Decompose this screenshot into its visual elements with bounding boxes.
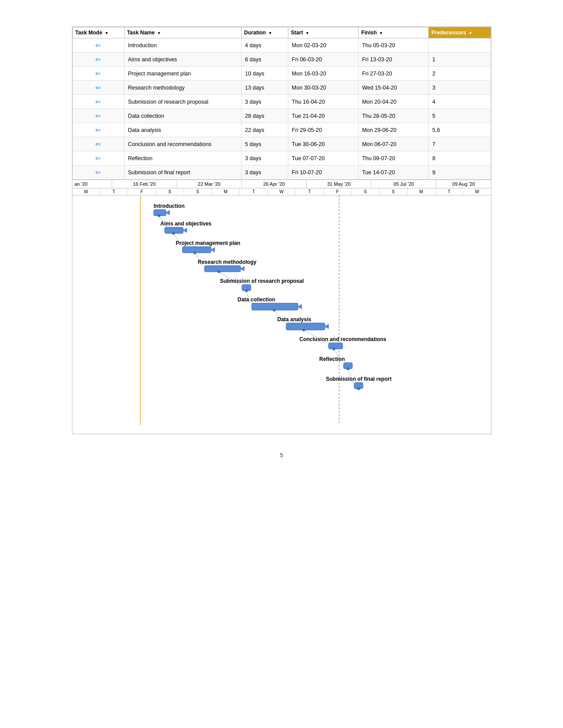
gantt-label-5: Submission of research proposal [220, 278, 304, 284]
gantt-arrow-2 [183, 228, 187, 233]
duration-cell: 4 days [241, 38, 288, 53]
page-container: Task Mode ▼ Task Name ▼ Duration ▼ Start… [72, 26, 491, 458]
finish-cell: Thu 28-05-20 [358, 109, 428, 123]
table-row: ⇒Submission of research proposal3 daysTh… [72, 95, 491, 109]
duration-cell: 22 days [241, 123, 288, 137]
start-cell: Fri 06-03-20 [288, 53, 358, 67]
timeline-month-may: 31 May '20 [306, 180, 371, 188]
timeline-day-t2: T [240, 188, 268, 195]
task-name-cell: Conclusion and recommendations [124, 137, 241, 151]
start-cell: Tue 30-06-20 [288, 137, 358, 151]
gantt-label-2: Aims and objectives [160, 221, 212, 227]
timeline-day-t4: T [435, 188, 463, 195]
timeline-months-row: an '20 16 Feb '20 22 Mar '20 26 Apr '20 … [72, 180, 491, 188]
task-mode-icon: ⇒ [95, 112, 101, 120]
gantt-label-4: Research methodology [198, 259, 257, 265]
table-row: ⇒Introduction4 daysMon 02-03-20Thu 05-03… [72, 38, 491, 53]
start-cell: Mon 30-03-20 [288, 81, 358, 95]
task-mode-cell: ⇒ [72, 67, 124, 81]
gantt-bar-8 [329, 343, 343, 349]
gantt-table-section: Task Mode ▼ Task Name ▼ Duration ▼ Start… [72, 26, 491, 180]
task-mode-icon: ⇒ [95, 140, 101, 148]
header-duration[interactable]: Duration ▼ [241, 27, 288, 38]
task-mode-icon: ⇒ [95, 168, 101, 176]
gantt-label-9: Reflection [319, 356, 345, 362]
header-finish[interactable]: Finish ▼ [358, 27, 428, 38]
task-mode-cell: ⇒ [72, 95, 124, 109]
table-row: ⇒Aims and objectives6 daysFri 06-03-20Fr… [72, 53, 491, 67]
filter-arrow-finish: ▼ [379, 31, 383, 35]
task-name-cell: Reflection [124, 151, 241, 165]
timeline-month-aug: 09 Aug '20 [436, 180, 491, 188]
task-mode-cell: ⇒ [72, 81, 124, 95]
finish-cell: Tue 14-07-20 [358, 165, 428, 180]
filter-arrow-predecessors: ▼ [469, 31, 472, 35]
task-name-cell: Introduction [124, 38, 241, 53]
gantt-arrow-4 [241, 266, 244, 271]
predecessors-cell [428, 38, 491, 53]
gantt-arrow-7 [325, 324, 329, 329]
task-mode-cell: ⇒ [72, 38, 124, 53]
duration-cell: 3 days [241, 165, 288, 180]
gantt-label-8: Conclusion and recommendations [299, 336, 386, 342]
predecessors-cell: 9 [428, 165, 491, 180]
duration-cell: 13 days [241, 81, 288, 95]
timeline-day-s3: S [351, 188, 379, 195]
task-name-cell: Project management plan [124, 67, 241, 81]
task-mode-cell: ⇒ [72, 151, 124, 165]
task-mode-icon: ⇒ [95, 98, 101, 106]
header-task-name[interactable]: Task Name ▼ [124, 27, 241, 38]
gantt-chart-section: an '20 16 Feb '20 22 Mar '20 26 Apr '20 … [72, 180, 491, 434]
table-row: ⇒Project management plan10 daysMon 16-03… [72, 67, 491, 81]
timeline-month-feb: 16 Feb '20 [112, 180, 177, 188]
finish-cell: Wed 15-04-20 [358, 81, 428, 95]
gantt-label-1: Introduction [154, 203, 185, 209]
finish-cell: Fri 27-03-20 [358, 67, 428, 81]
timeline-month-mar: 22 Mar '20 [177, 180, 242, 188]
timeline-month-jul: 05 Jul '20 [371, 180, 436, 188]
table-row: ⇒Reflection3 daysTue 07-07-20Thu 09-07-2… [72, 151, 491, 165]
predecessors-cell: 2 [428, 67, 491, 81]
timeline-day-w1: W [72, 188, 100, 195]
table-row: ⇒Data collection28 daysTue 21-04-20Thu 2… [72, 109, 491, 123]
timeline-day-s4: S [379, 188, 407, 195]
header-start[interactable]: Start ▼ [288, 27, 358, 38]
gantt-label-6: Data collection [238, 296, 275, 303]
task-name-cell: Aims and objectives [124, 53, 241, 67]
duration-cell: 28 days [241, 109, 288, 123]
timeline-day-t3: T [296, 188, 324, 195]
timeline-days-row: W T F S S M T W T F S S M T W [72, 188, 491, 195]
table-row: ⇒Research methodology13 daysMon 30-03-20… [72, 81, 491, 95]
finish-cell: Fri 13-03-20 [358, 53, 428, 67]
timeline-day-s1: S [156, 188, 184, 195]
duration-cell: 10 days [241, 67, 288, 81]
finish-cell: Mon 20-04-20 [358, 95, 428, 109]
start-cell: Tue 21-04-20 [288, 109, 358, 123]
page-number: 5 [72, 452, 491, 458]
header-task-mode[interactable]: Task Mode ▼ [72, 27, 124, 38]
gantt-connector-10 [357, 387, 360, 390]
predecessors-cell: 5,6 [428, 123, 491, 137]
predecessors-cell: 1 [428, 53, 491, 67]
task-mode-icon: ⇒ [95, 41, 101, 49]
gantt-bar-3 [182, 247, 211, 253]
timeline-day-m1: M [212, 188, 240, 195]
header-predecessors[interactable]: Predecessors ▼ [428, 27, 491, 38]
task-mode-icon: ⇒ [95, 55, 101, 64]
gantt-label-10: Submission of final report [326, 376, 392, 382]
filter-arrow-task-mode: ▼ [105, 31, 109, 35]
duration-cell: 6 days [241, 53, 288, 67]
timeline-month-jan: an '20 [72, 180, 112, 188]
filter-arrow-task-name: ▼ [157, 31, 161, 35]
timeline-day-f2: F [324, 188, 351, 195]
timeline-month-apr: 26 Apr '20 [242, 180, 307, 188]
gantt-table: Task Mode ▼ Task Name ▼ Duration ▼ Start… [72, 27, 491, 180]
start-cell: Thu 16-04-20 [288, 95, 358, 109]
start-cell: Tue 07-07-20 [288, 151, 358, 165]
gantt-bar-4 [204, 266, 241, 272]
start-cell: Mon 16-03-20 [288, 67, 358, 81]
filter-arrow-start: ▼ [306, 31, 310, 35]
predecessors-cell: 8 [428, 151, 491, 165]
finish-cell: Mon 29-06-20 [358, 123, 428, 137]
duration-cell: 5 days [241, 137, 288, 151]
